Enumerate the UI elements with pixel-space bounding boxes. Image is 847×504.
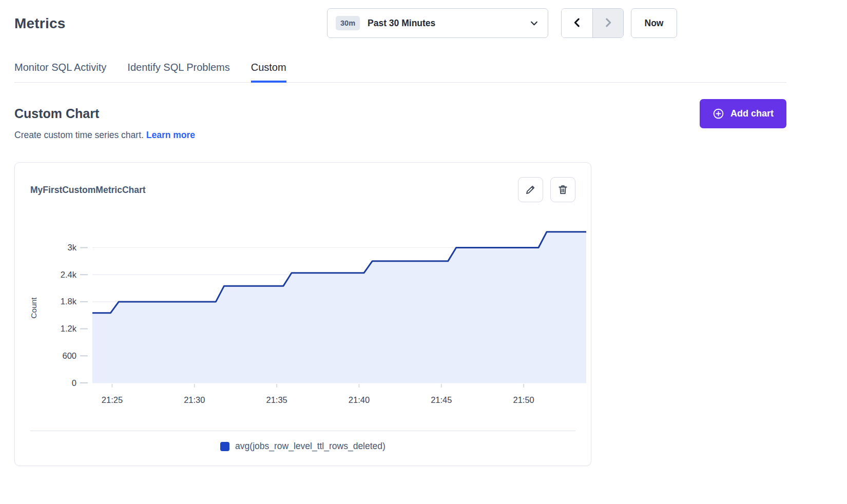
tab-monitor-sql-activity[interactable]: Monitor SQL Activity [14, 57, 106, 82]
svg-text:2.4k: 2.4k [61, 270, 77, 279]
edit-chart-button[interactable] [518, 177, 543, 202]
now-button[interactable]: Now [631, 8, 677, 38]
chart-actions [518, 177, 575, 202]
svg-text:1.2k: 1.2k [61, 324, 77, 333]
chart-legend: avg(jobs_row_level_ttl_rows_deleted) [15, 431, 591, 452]
svg-text:600: 600 [62, 351, 76, 360]
tab-custom[interactable]: Custom [251, 57, 286, 82]
time-window-nav [561, 8, 624, 38]
custom-metric-chart-card: MyFirstCustomMetricChart [14, 162, 591, 466]
svg-text:21:25: 21:25 [102, 395, 123, 404]
svg-text:21:50: 21:50 [513, 395, 534, 404]
page-header: Metrics 30m Past 30 Minutes [14, 0, 786, 46]
section-description-text: Create custom time series chart. [14, 130, 144, 140]
chevron-down-icon [530, 19, 538, 28]
svg-text:21:30: 21:30 [184, 395, 205, 404]
chevron-right-icon [603, 17, 614, 30]
section-title: Custom Chart [14, 106, 786, 121]
add-chart-button[interactable]: Add chart [700, 99, 786, 128]
pencil-icon [525, 184, 536, 196]
section-description: Create custom time series chart. Learn m… [14, 130, 786, 141]
trash-icon [557, 184, 569, 196]
previous-window-button[interactable] [562, 9, 592, 37]
svg-text:21:45: 21:45 [431, 395, 452, 404]
svg-text:1.8k: 1.8k [61, 297, 77, 306]
learn-more-link[interactable]: Learn more [146, 130, 195, 140]
time-range-badge: 30m [336, 16, 360, 30]
svg-text:Count: Count [29, 297, 38, 319]
svg-text:21:35: 21:35 [266, 395, 287, 404]
tab-identify-sql-problems[interactable]: Identify SQL Problems [127, 57, 229, 82]
time-range-dropdown[interactable]: 30m Past 30 Minutes [327, 8, 548, 38]
legend-swatch [220, 442, 229, 451]
time-range-label: Past 30 Minutes [368, 18, 435, 29]
chart-card-header: MyFirstCustomMetricChart [15, 163, 591, 202]
custom-chart-canvas: 06001.2k1.8k2.4k3k21:2521:3021:3521:4021… [15, 206, 592, 409]
legend-label: avg(jobs_row_level_ttl_rows_deleted) [235, 441, 386, 452]
next-window-button[interactable] [592, 9, 623, 37]
chart-title: MyFirstCustomMetricChart [30, 177, 146, 196]
plus-circle-icon [713, 108, 724, 120]
custom-chart-section-head: Custom Chart Create custom time series c… [14, 106, 786, 141]
svg-text:3k: 3k [68, 243, 77, 252]
svg-text:0: 0 [72, 378, 76, 387]
metrics-page: Metrics 30m Past 30 Minutes [0, 0, 847, 504]
chevron-left-icon [571, 17, 583, 30]
time-controls: 30m Past 30 Minutes Now [327, 8, 677, 38]
tab-bar: Monitor SQL Activity Identify SQL Proble… [14, 57, 786, 83]
svg-text:21:40: 21:40 [349, 395, 370, 404]
delete-chart-button[interactable] [550, 177, 575, 202]
add-chart-label: Add chart [730, 108, 774, 119]
